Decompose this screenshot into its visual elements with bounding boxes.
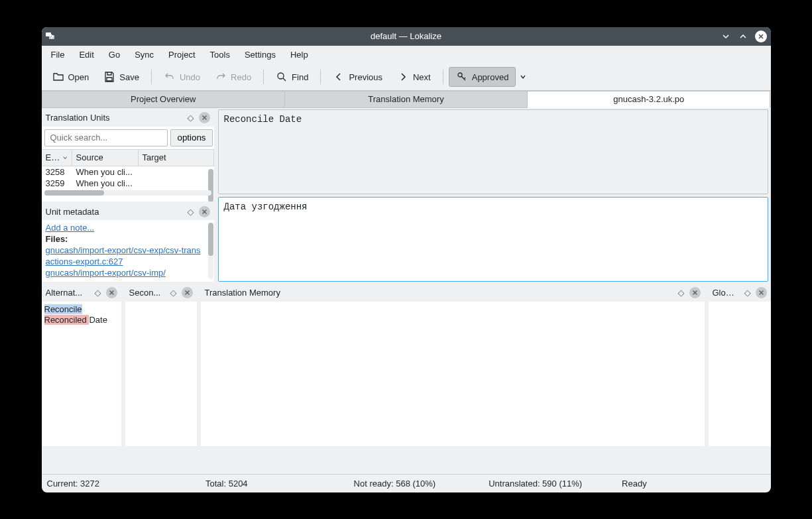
table-row[interactable]: 3259 When you cli... bbox=[42, 178, 214, 189]
scrollbar-vertical[interactable] bbox=[208, 223, 213, 278]
svg-point-2 bbox=[278, 73, 284, 79]
left-column: Translation Units ◇ options bbox=[42, 109, 214, 282]
target-text-input[interactable]: Дата узгодження bbox=[218, 197, 768, 282]
menu-project[interactable]: Project bbox=[162, 47, 202, 62]
approved-label: Approved bbox=[472, 72, 509, 82]
alternate-translations-panel: Alternat... ◇ ReconcileReconciled Date bbox=[42, 284, 121, 446]
save-button[interactable]: Save bbox=[97, 68, 146, 86]
panel-close-icon[interactable] bbox=[106, 287, 117, 298]
row-entry: 3259 bbox=[42, 178, 72, 188]
panel-header-translation-units: Translation Units ◇ bbox=[42, 109, 214, 127]
approved-group: Approved bbox=[449, 67, 531, 87]
tm-body bbox=[201, 302, 705, 446]
tu-search-row: options bbox=[42, 127, 214, 149]
menu-file[interactable]: File bbox=[44, 47, 72, 62]
panel-float-icon[interactable]: ◇ bbox=[742, 288, 753, 298]
undo-label: Undo bbox=[180, 72, 200, 82]
approved-button[interactable]: Approved bbox=[449, 67, 516, 87]
redo-icon bbox=[215, 71, 227, 83]
col-source[interactable]: Source bbox=[72, 150, 139, 166]
toolbar-separator bbox=[320, 70, 321, 84]
menu-settings[interactable]: Settings bbox=[238, 47, 282, 62]
undo-icon bbox=[164, 71, 176, 83]
scrollbar-horizontal[interactable] bbox=[44, 190, 211, 196]
save-icon bbox=[103, 71, 115, 83]
source-text: Reconcile Date bbox=[218, 109, 768, 194]
app-icon bbox=[46, 31, 56, 42]
file-link[interactable]: gnucash/import-export/csv-exp/csv-transa… bbox=[46, 245, 205, 268]
menu-sync[interactable]: Sync bbox=[128, 47, 160, 62]
approved-dropdown[interactable] bbox=[516, 70, 530, 84]
diff-highlight-old: Reconcile bbox=[44, 304, 82, 314]
lower-row: Alternat... ◇ ReconcileReconciled Date S… bbox=[42, 283, 771, 447]
maximize-button[interactable] bbox=[738, 31, 748, 42]
panel-title-unit-metadata: Unit metadata bbox=[46, 207, 99, 217]
status-ready: Ready bbox=[622, 479, 647, 489]
panel-float-icon[interactable]: ◇ bbox=[168, 288, 179, 298]
status-not-ready: Not ready: 568 (10%) bbox=[354, 479, 436, 489]
col-target[interactable]: Target bbox=[139, 150, 214, 166]
open-label: Open bbox=[68, 72, 89, 82]
redo-button[interactable]: Redo bbox=[208, 68, 258, 86]
row-source: When you cli... bbox=[72, 178, 178, 188]
close-button[interactable] bbox=[755, 30, 767, 42]
app-window: default — Lokalize File Edit Go Sync Pro… bbox=[42, 27, 771, 492]
next-label: Next bbox=[413, 72, 431, 82]
search-icon bbox=[276, 71, 288, 83]
document-tabs: Project Overview Translation Memory gnuc… bbox=[42, 91, 771, 108]
status-total: Total: 5204 bbox=[205, 479, 248, 489]
find-button[interactable]: Find bbox=[269, 68, 315, 86]
minimize-button[interactable] bbox=[721, 31, 731, 42]
panel-header-glossary: Glos... ◇ bbox=[709, 284, 771, 302]
panel-header-alternate: Alternat... ◇ bbox=[42, 284, 121, 302]
panel-float-icon[interactable]: ◇ bbox=[186, 113, 196, 123]
panel-close-icon[interactable] bbox=[199, 112, 210, 123]
table-row[interactable]: 3258 When you cli... bbox=[42, 166, 214, 178]
secondary-sync-panel: Secon... ◇ bbox=[125, 284, 197, 446]
chevron-down-icon bbox=[63, 155, 67, 160]
panel-float-icon[interactable]: ◇ bbox=[93, 288, 103, 298]
files-label: Files: bbox=[46, 234, 68, 244]
scrollbar-vertical[interactable] bbox=[208, 169, 213, 186]
unit-metadata-body: Add a note... Files: gnucash/import-expo… bbox=[42, 220, 214, 281]
panel-title-secondary: Secon... bbox=[129, 288, 161, 298]
quick-search-input[interactable] bbox=[44, 129, 168, 146]
col-entry[interactable]: Entry bbox=[42, 150, 72, 166]
chevron-left-icon bbox=[333, 71, 345, 83]
options-button[interactable]: options bbox=[170, 129, 213, 146]
panel-float-icon[interactable]: ◇ bbox=[186, 206, 196, 217]
tu-table-header: Entry Source Target bbox=[42, 149, 214, 166]
previous-button[interactable]: Previous bbox=[326, 68, 389, 86]
statusbar: Current: 3272 Total: 5204 Not ready: 568… bbox=[42, 474, 771, 492]
tab-project-overview[interactable]: Project Overview bbox=[42, 91, 285, 108]
previous-label: Previous bbox=[349, 72, 382, 82]
redo-label: Redo bbox=[231, 72, 251, 82]
row-source: When you cli... bbox=[72, 167, 178, 177]
panel-close-icon[interactable] bbox=[199, 206, 210, 217]
folder-open-icon bbox=[52, 71, 64, 83]
open-button[interactable]: Open bbox=[46, 68, 96, 86]
glossary-panel: Glos... ◇ bbox=[709, 284, 771, 446]
panel-title-glossary: Glos... bbox=[713, 288, 737, 298]
tab-file[interactable]: gnucash-3.2.uk.po bbox=[528, 91, 770, 108]
menubar: File Edit Go Sync Project Tools Settings… bbox=[42, 46, 771, 64]
next-button[interactable]: Next bbox=[390, 68, 437, 86]
menu-edit[interactable]: Edit bbox=[72, 47, 100, 62]
panel-close-icon[interactable] bbox=[182, 287, 193, 298]
menu-go[interactable]: Go bbox=[102, 47, 127, 62]
menu-tools[interactable]: Tools bbox=[203, 47, 237, 62]
row-entry: 3258 bbox=[42, 167, 72, 177]
toolbar: Open Save Undo Redo Find bbox=[42, 64, 771, 91]
panel-header-unit-metadata: Unit metadata ◇ bbox=[42, 203, 214, 220]
save-label: Save bbox=[119, 72, 139, 82]
add-note-link[interactable]: Add a note... bbox=[46, 223, 95, 233]
panel-close-icon[interactable] bbox=[756, 287, 767, 298]
window-controls bbox=[721, 30, 767, 42]
undo-button[interactable]: Undo bbox=[157, 68, 207, 86]
toolbar-separator bbox=[263, 70, 264, 84]
panel-close-icon[interactable] bbox=[689, 287, 701, 298]
panel-float-icon[interactable]: ◇ bbox=[676, 288, 687, 298]
file-link[interactable]: gnucash/import-export/csv-imp/ bbox=[46, 268, 205, 279]
tab-translation-memory[interactable]: Translation Memory bbox=[285, 91, 528, 108]
menu-help[interactable]: Help bbox=[284, 47, 315, 62]
